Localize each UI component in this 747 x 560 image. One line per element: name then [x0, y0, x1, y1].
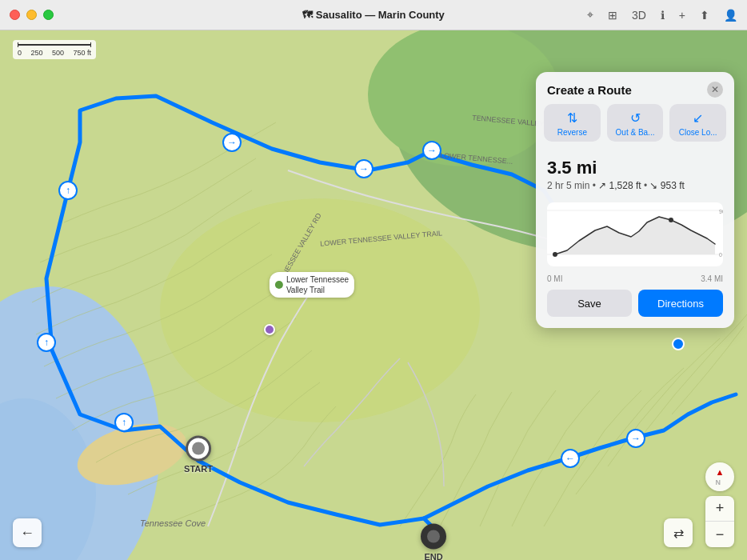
share-icon[interactable]: ⬆: [700, 9, 709, 22]
out-back-button[interactable]: ↺ Out & Ba...: [607, 104, 664, 142]
chart-x-start: 0 MI: [547, 274, 562, 283]
svg-text:↑: ↑: [122, 417, 126, 428]
account-icon[interactable]: 👤: [724, 9, 737, 22]
threed-button[interactable]: 3D: [632, 9, 646, 22]
panel-title: Create a Route: [547, 83, 632, 97]
svg-text:←: ←: [565, 453, 575, 464]
directions-button[interactable]: Directions: [638, 290, 723, 317]
panel-buttons: Save Directions: [536, 286, 734, 317]
route-details: 2 hr 5 min • ↗ 1,528 ft • ↘ 953 ft: [547, 180, 723, 191]
start-marker: START: [184, 436, 213, 474]
end-label: END: [424, 552, 442, 561]
zoom-in-button[interactable]: +: [705, 496, 734, 522]
panel-close-button[interactable]: ✕: [707, 82, 723, 98]
chart-labels: 0 MI 3.4 MI: [536, 274, 734, 283]
close-loop-button[interactable]: ↙ Close Lo...: [669, 104, 726, 142]
out-back-label: Out & Ba...: [616, 128, 655, 137]
bottom-left-controls: ←: [13, 518, 42, 547]
close-button[interactable]: [10, 10, 20, 20]
maximize-button[interactable]: [43, 10, 54, 20]
save-button[interactable]: Save: [547, 290, 632, 317]
toolbar: ⌖ ⊞ 3D ℹ + ⬆ 👤: [587, 8, 737, 22]
poi-lower-trail[interactable]: Lower TennesseeValley Trail: [270, 272, 354, 298]
location-icon[interactable]: ⌖: [587, 8, 593, 22]
route-actions: ⇅ Reverse ↺ Out & Ba... ↙ Close Lo...: [536, 104, 734, 150]
reverse-label: Reverse: [557, 128, 587, 137]
svg-text:900 FT: 900 FT: [719, 209, 723, 214]
svg-point-26: [553, 252, 557, 257]
start-inner: [192, 442, 205, 455]
layers-icon[interactable]: ⊞: [608, 9, 617, 22]
zoom-control: + −: [705, 496, 734, 547]
purple-marker: [264, 324, 275, 335]
svg-point-27: [669, 218, 673, 222]
out-back-icon: ↺: [630, 110, 641, 126]
filter-button[interactable]: ⇄: [664, 518, 693, 547]
minimize-button[interactable]: [26, 10, 37, 20]
close-loop-icon: ↙: [693, 110, 703, 126]
traffic-lights: [10, 10, 54, 20]
window-title: 🗺 Sausalito — Marin County: [302, 9, 445, 21]
chart-x-end: 3.4 MI: [701, 274, 723, 283]
svg-text:→: →: [227, 137, 237, 148]
elevation-chart: 900 FT 0 FT: [547, 202, 723, 266]
reverse-button[interactable]: ⇅ Reverse: [544, 104, 601, 142]
route-ascent: ↗ 1,528 ft: [598, 180, 641, 191]
svg-text:→: →: [631, 433, 641, 444]
svg-text:↑: ↑: [66, 185, 70, 196]
scale-bar: 0 250 500 750 ft: [13, 40, 96, 59]
info-icon[interactable]: ℹ: [661, 9, 665, 22]
map-area[interactable]: ↑ ↑ ↑ → → → → ← 0 250 500: [0, 30, 747, 560]
add-icon[interactable]: +: [679, 9, 685, 22]
title-bar: 🗺 Sausalito — Marin County ⌖ ⊞ 3D ℹ + ⬆ …: [0, 0, 747, 30]
zoom-out-button[interactable]: −: [705, 522, 734, 547]
poi-dot: [275, 281, 283, 289]
end-circle: [421, 524, 446, 550]
start-circle: [186, 436, 211, 462]
svg-point-23: [673, 338, 684, 350]
start-label: START: [184, 464, 213, 474]
window-icon: 🗺: [302, 9, 313, 21]
bottom-right-controls: ▲N + −: [705, 462, 734, 547]
reverse-icon: ⇅: [567, 110, 577, 126]
compass-button[interactable]: ▲N: [705, 462, 734, 491]
svg-text:↑: ↑: [44, 337, 49, 348]
panel-header: Create a Route ✕: [536, 72, 734, 104]
route-descent: ↘ 953 ft: [649, 180, 684, 191]
route-panel: Create a Route ✕ ⇅ Reverse ↺ Out & Ba...…: [536, 72, 734, 328]
route-distance: 3.5 mi: [547, 158, 723, 178]
route-stats: 3.5 mi 2 hr 5 min • ↗ 1,528 ft • ↘ 953 f…: [536, 150, 734, 196]
back-button[interactable]: ←: [13, 518, 42, 547]
route-time: 2 hr 5 min: [547, 180, 589, 191]
close-loop-label: Close Lo...: [679, 128, 717, 137]
svg-text:0 FT: 0 FT: [719, 252, 723, 258]
svg-text:→: →: [359, 163, 369, 174]
svg-text:→: →: [427, 145, 437, 156]
end-inner: [427, 530, 440, 543]
end-marker: END: [421, 524, 446, 561]
